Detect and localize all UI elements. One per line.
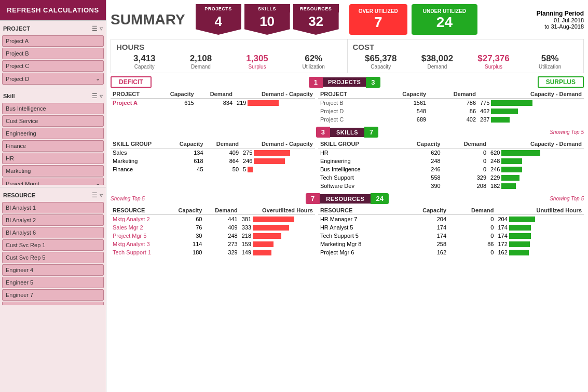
stat-badges: PROJECTS 4 SKILLS 10 RESOURCES 32 bbox=[196, 4, 339, 35]
skills-surplus-table: SKILL GROUP Capacity Demand Capacity - D… bbox=[318, 140, 584, 190]
projects-deficit-table: PROJECT Capacity Demand Demand - Capacit… bbox=[111, 90, 315, 107]
hours-demand-value: 2,108 bbox=[173, 53, 229, 64]
projects-deficit-panel: DEFICIT 1 PROJECTS 3 SURPLUS bbox=[111, 76, 584, 124]
skill-deficit-bar bbox=[254, 150, 290, 156]
over-bar bbox=[253, 233, 281, 239]
over-utilized-label: OVER UTILIZED bbox=[359, 8, 398, 14]
skills-badge-row: 3 SKILLS 7 bbox=[316, 127, 379, 138]
project-item[interactable]: Project C bbox=[2, 60, 104, 72]
skill-item[interactable]: Engineering bbox=[2, 128, 104, 139]
hours-surplus-value: 1,305 bbox=[229, 53, 285, 64]
skill-item[interactable]: Finance bbox=[2, 140, 104, 152]
skill-list: Bus Intelligence Cust Service Engineerin… bbox=[2, 102, 104, 185]
project-item[interactable]: Project B bbox=[2, 48, 104, 59]
resource-sort-icon[interactable]: ▿ bbox=[100, 192, 103, 199]
hours-demand-label: Demand bbox=[173, 64, 229, 70]
skill-item[interactable]: Marketing bbox=[2, 165, 104, 177]
showing-top5-skills: Showing Top 5 bbox=[550, 129, 584, 135]
project-filter-icon[interactable]: ☰ bbox=[92, 25, 98, 32]
table-row: Project A 615 834 219 bbox=[111, 99, 315, 107]
resources-over-table-wrap: RESOURCE Capacity Demand Overutilized Ho… bbox=[111, 206, 315, 256]
project-list: Project A Project B Project C Project D⌄ bbox=[2, 34, 104, 86]
table-row: Engineering 248 0 248 bbox=[318, 157, 584, 165]
table-row: Software Dev 390 208 182 bbox=[318, 182, 584, 190]
hours-section: HOURS 3,413 Capacity 2,108 Demand 1,305 … bbox=[111, 39, 348, 73]
skill-deficit-bar bbox=[248, 167, 253, 172]
skill-item[interactable]: Project Mgmt⌄ bbox=[2, 178, 104, 185]
planning-period: Planning Period 01-Jul-2018 to 31-Aug-20… bbox=[537, 10, 584, 30]
over-utilized-box: OVER UTILIZED 7 bbox=[349, 4, 407, 35]
table-row: HR 620 0 620 bbox=[318, 148, 584, 157]
cost-capacity: $65,378 Capacity bbox=[353, 53, 409, 70]
table-row: Mktg Analyst 3 114 273 159 bbox=[111, 240, 315, 248]
cost-surplus-value: $27,376 bbox=[466, 53, 522, 64]
project-item[interactable]: Project A bbox=[2, 35, 104, 47]
cost-surplus: $27,376 Surplus bbox=[466, 53, 522, 70]
resource-list: BI Analyst 1 BI Analyst 2 BI Analyst 6 C… bbox=[2, 201, 104, 305]
skill-item[interactable]: HR bbox=[2, 153, 104, 164]
projects-badge-value: 4 bbox=[196, 12, 241, 35]
over-bar bbox=[253, 217, 294, 222]
table-row: Mktg Analyst 2 60 441 381 bbox=[111, 215, 315, 224]
surplus-label: SURPLUS bbox=[538, 76, 584, 88]
skills-tables: SKILL GROUP Capacity Demand Demand - Cap… bbox=[111, 140, 584, 190]
skill-item[interactable]: Bus Intelligence bbox=[2, 103, 104, 114]
table-row: Project B 1561 786 775 bbox=[318, 99, 584, 107]
hours-surplus: 1,305 Surplus bbox=[229, 53, 285, 70]
resources-row: Showing Top 5 7 RESOURCES 24 Showing Top… bbox=[111, 193, 584, 256]
resource-item[interactable]: Engineer 5 bbox=[2, 277, 104, 288]
resource-item[interactable]: Engineer 7 bbox=[2, 289, 104, 301]
project-sort-icon[interactable]: ▿ bbox=[100, 25, 103, 32]
projects-badge: PROJECTS 4 bbox=[196, 4, 241, 35]
skill-surplus-bar bbox=[501, 158, 522, 164]
skills-deficit-count: 3 bbox=[316, 127, 330, 138]
main-content: SUMMARY PROJECTS 4 SKILLS 10 RESOURCES 3… bbox=[106, 0, 588, 392]
projects-surplus-count: 3 bbox=[366, 77, 380, 88]
metrics-row: HOURS 3,413 Capacity 2,108 Demand 1,305 … bbox=[111, 39, 584, 73]
skill-surplus-bar bbox=[501, 175, 519, 181]
resources-tables: RESOURCE Capacity Demand Overutilized Ho… bbox=[111, 206, 584, 256]
resource-item[interactable]: BI Analyst 6 bbox=[2, 227, 104, 238]
resources-under-table: RESOURCE Capacity Demand Unutilized Hour… bbox=[318, 206, 584, 256]
resource-filter-icon[interactable]: ☰ bbox=[92, 192, 98, 199]
skill-section: Skill ☰ ▿ Bus Intelligence Cust Service … bbox=[0, 88, 106, 187]
refresh-button[interactable]: REFRESH CALCULATIONS bbox=[0, 0, 106, 20]
resource-item[interactable]: Cust Svc Rep 5 bbox=[2, 252, 104, 263]
projects-surplus-table-wrap: PROJECT Capacity Demand Capacity - Deman… bbox=[318, 90, 584, 124]
resource-item[interactable]: HR Analyst 5 bbox=[2, 302, 104, 305]
under-utilized-label: UNDER UTILIZED bbox=[423, 8, 466, 14]
projects-badge-label: PROJECTS bbox=[323, 77, 366, 87]
skill-item[interactable]: Cust Service bbox=[2, 115, 104, 127]
resources-over-table: RESOURCE Capacity Demand Overutilized Ho… bbox=[111, 206, 315, 256]
skill-filter-icon[interactable]: ☰ bbox=[92, 92, 98, 100]
resource-item[interactable]: BI Analyst 1 bbox=[2, 202, 104, 213]
table-row: Marketing 618 864 246 bbox=[111, 157, 315, 165]
hours-utilization-value: 62% bbox=[285, 53, 342, 64]
planning-period-to: 31-Aug-2018 bbox=[551, 23, 584, 30]
resource-item[interactable]: Cust Svc Rep 1 bbox=[2, 239, 104, 251]
resources-badge-value: 32 bbox=[293, 12, 339, 35]
under-bar bbox=[509, 225, 531, 231]
resource-item[interactable]: Engineer 4 bbox=[2, 264, 104, 276]
under-bar bbox=[509, 250, 529, 255]
table-row: Tech Support 558 329 229 bbox=[318, 173, 584, 182]
planning-period-title: Planning Period bbox=[537, 10, 584, 17]
cost-demand: $38,002 Demand bbox=[409, 53, 466, 70]
project-section-title: PROJECT bbox=[3, 25, 30, 32]
resources-under-table-wrap: RESOURCE Capacity Demand Unutilized Hour… bbox=[318, 206, 584, 256]
hours-title: HOURS bbox=[116, 43, 342, 51]
resource-item[interactable]: BI Analyst 2 bbox=[2, 214, 104, 226]
skill-sort-icon[interactable]: ▿ bbox=[100, 92, 103, 100]
cost-section: COST $65,378 Capacity $38,002 Demand $27… bbox=[348, 39, 584, 73]
table-row: Tech Support 1 180 329 149 bbox=[111, 248, 315, 256]
project-item[interactable]: Project D⌄ bbox=[2, 73, 104, 85]
table-row: HR Manager 7 204 0 204 bbox=[318, 215, 584, 224]
under-bar bbox=[509, 241, 530, 247]
planning-period-from: 01-Jul-2018 bbox=[537, 17, 584, 23]
cost-capacity-label: Capacity bbox=[353, 64, 409, 70]
resources-badge-label: RESOURCES bbox=[293, 4, 339, 12]
resources-badge-label: RESOURCES bbox=[320, 194, 371, 204]
resource-section-title: RESOURCE bbox=[3, 192, 35, 198]
over-bar bbox=[253, 250, 271, 255]
table-row: Project Mgr 5 30 248 218 bbox=[111, 232, 315, 240]
